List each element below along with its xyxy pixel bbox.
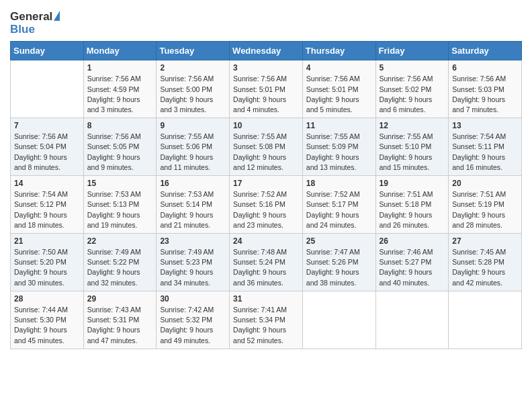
calendar-table: SundayMondayTuesdayWednesdayThursdayFrid…	[10, 41, 522, 349]
day-number: 29	[87, 294, 153, 304]
day-number: 28	[14, 294, 80, 304]
day-info: Sunrise: 7:55 AM Sunset: 5:10 PM Dayligh…	[380, 132, 445, 173]
day-cell: 8Sunrise: 7:56 AM Sunset: 5:05 PM Daylig…	[83, 118, 157, 176]
day-number: 15	[87, 179, 153, 188]
day-info: Sunrise: 7:54 AM Sunset: 5:12 PM Dayligh…	[14, 189, 80, 230]
day-cell	[375, 291, 449, 349]
week-row-4: 21Sunrise: 7:50 AM Sunset: 5:20 PM Dayli…	[11, 234, 522, 291]
day-cell: 30Sunrise: 7:42 AM Sunset: 5:32 PM Dayli…	[157, 291, 230, 349]
day-number: 30	[160, 294, 226, 304]
day-number: 22	[87, 236, 153, 246]
day-cell: 6Sunrise: 7:56 AM Sunset: 5:03 PM Daylig…	[449, 60, 522, 118]
header: General Blue	[10, 7, 522, 36]
day-cell: 3Sunrise: 7:56 AM Sunset: 5:01 PM Daylig…	[230, 60, 303, 118]
day-info: Sunrise: 7:53 AM Sunset: 5:14 PM Dayligh…	[160, 189, 226, 230]
day-number: 24	[233, 236, 299, 246]
week-row-5: 28Sunrise: 7:44 AM Sunset: 5:30 PM Dayli…	[11, 291, 522, 349]
day-cell: 9Sunrise: 7:55 AM Sunset: 5:06 PM Daylig…	[157, 118, 230, 176]
day-info: Sunrise: 7:56 AM Sunset: 5:04 PM Dayligh…	[14, 132, 80, 173]
day-number: 19	[380, 179, 445, 188]
day-cell: 5Sunrise: 7:56 AM Sunset: 5:02 PM Daylig…	[375, 60, 449, 118]
day-info: Sunrise: 7:56 AM Sunset: 5:01 PM Dayligh…	[233, 74, 299, 115]
day-cell: 28Sunrise: 7:44 AM Sunset: 5:30 PM Dayli…	[11, 291, 84, 349]
day-cell: 18Sunrise: 7:52 AM Sunset: 5:17 PM Dayli…	[302, 176, 375, 234]
day-number: 20	[452, 179, 518, 188]
day-number: 1	[87, 63, 153, 73]
header-monday: Monday	[83, 42, 157, 60]
day-info: Sunrise: 7:50 AM Sunset: 5:20 PM Dayligh…	[14, 247, 80, 288]
week-row-3: 14Sunrise: 7:54 AM Sunset: 5:12 PM Dayli…	[11, 176, 522, 234]
day-cell: 23Sunrise: 7:49 AM Sunset: 5:23 PM Dayli…	[157, 234, 230, 291]
day-cell: 7Sunrise: 7:56 AM Sunset: 5:04 PM Daylig…	[11, 118, 84, 176]
day-info: Sunrise: 7:51 AM Sunset: 5:18 PM Dayligh…	[380, 189, 445, 230]
day-cell: 20Sunrise: 7:51 AM Sunset: 5:19 PM Dayli…	[449, 176, 522, 234]
day-info: Sunrise: 7:49 AM Sunset: 5:22 PM Dayligh…	[87, 247, 153, 288]
day-cell: 14Sunrise: 7:54 AM Sunset: 5:12 PM Dayli…	[11, 176, 84, 234]
header-friday: Friday	[375, 42, 449, 60]
day-number: 17	[233, 179, 299, 188]
day-number: 14	[14, 179, 80, 188]
day-cell: 24Sunrise: 7:48 AM Sunset: 5:24 PM Dayli…	[230, 234, 303, 291]
logo-general: General	[10, 11, 60, 24]
day-info: Sunrise: 7:56 AM Sunset: 5:00 PM Dayligh…	[160, 74, 226, 115]
header-tuesday: Tuesday	[157, 42, 230, 60]
day-cell: 26Sunrise: 7:46 AM Sunset: 5:27 PM Dayli…	[375, 234, 449, 291]
header-sunday: Sunday	[11, 42, 84, 60]
day-cell: 22Sunrise: 7:49 AM Sunset: 5:22 PM Dayli…	[83, 234, 157, 291]
day-number: 12	[380, 121, 445, 130]
day-cell: 17Sunrise: 7:52 AM Sunset: 5:16 PM Dayli…	[230, 176, 303, 234]
day-number: 5	[380, 63, 445, 73]
day-number: 18	[306, 179, 372, 188]
day-cell: 19Sunrise: 7:51 AM Sunset: 5:18 PM Dayli…	[375, 176, 449, 234]
day-info: Sunrise: 7:53 AM Sunset: 5:13 PM Dayligh…	[87, 189, 153, 230]
day-number: 27	[452, 236, 518, 246]
day-cell: 31Sunrise: 7:41 AM Sunset: 5:34 PM Dayli…	[230, 291, 303, 349]
day-number: 8	[87, 121, 153, 130]
day-info: Sunrise: 7:48 AM Sunset: 5:24 PM Dayligh…	[233, 247, 299, 288]
day-cell: 25Sunrise: 7:47 AM Sunset: 5:26 PM Dayli…	[302, 234, 375, 291]
day-info: Sunrise: 7:45 AM Sunset: 5:28 PM Dayligh…	[452, 247, 518, 288]
day-info: Sunrise: 7:56 AM Sunset: 4:59 PM Dayligh…	[87, 74, 153, 115]
day-info: Sunrise: 7:56 AM Sunset: 5:02 PM Dayligh…	[380, 74, 445, 115]
day-number: 2	[160, 63, 226, 73]
day-cell: 2Sunrise: 7:56 AM Sunset: 5:00 PM Daylig…	[157, 60, 230, 118]
day-number: 3	[233, 63, 299, 73]
calendar-header-row: SundayMondayTuesdayWednesdayThursdayFrid…	[11, 42, 522, 60]
day-info: Sunrise: 7:51 AM Sunset: 5:19 PM Dayligh…	[452, 189, 518, 230]
day-info: Sunrise: 7:42 AM Sunset: 5:32 PM Dayligh…	[160, 305, 226, 346]
day-number: 31	[233, 294, 299, 304]
header-saturday: Saturday	[449, 42, 522, 60]
day-info: Sunrise: 7:41 AM Sunset: 5:34 PM Dayligh…	[233, 305, 299, 346]
day-cell	[302, 291, 375, 349]
day-cell: 11Sunrise: 7:55 AM Sunset: 5:09 PM Dayli…	[302, 118, 375, 176]
day-cell: 29Sunrise: 7:43 AM Sunset: 5:31 PM Dayli…	[83, 291, 157, 349]
day-number: 4	[306, 63, 372, 73]
day-cell: 13Sunrise: 7:54 AM Sunset: 5:11 PM Dayli…	[449, 118, 522, 176]
day-info: Sunrise: 7:46 AM Sunset: 5:27 PM Dayligh…	[380, 247, 445, 288]
day-cell: 21Sunrise: 7:50 AM Sunset: 5:20 PM Dayli…	[11, 234, 84, 291]
day-number: 6	[452, 63, 518, 73]
logo-blue: Blue	[10, 24, 35, 36]
day-cell: 15Sunrise: 7:53 AM Sunset: 5:13 PM Dayli…	[83, 176, 157, 234]
day-cell: 10Sunrise: 7:55 AM Sunset: 5:08 PM Dayli…	[230, 118, 303, 176]
day-info: Sunrise: 7:52 AM Sunset: 5:16 PM Dayligh…	[233, 189, 299, 230]
day-cell: 27Sunrise: 7:45 AM Sunset: 5:28 PM Dayli…	[449, 234, 522, 291]
day-cell: 16Sunrise: 7:53 AM Sunset: 5:14 PM Dayli…	[157, 176, 230, 234]
day-info: Sunrise: 7:56 AM Sunset: 5:01 PM Dayligh…	[306, 74, 372, 115]
logo: General Blue	[10, 11, 60, 36]
day-cell	[449, 291, 522, 349]
day-info: Sunrise: 7:55 AM Sunset: 5:09 PM Dayligh…	[306, 132, 372, 173]
day-info: Sunrise: 7:55 AM Sunset: 5:06 PM Dayligh…	[160, 132, 226, 173]
day-cell: 12Sunrise: 7:55 AM Sunset: 5:10 PM Dayli…	[375, 118, 449, 176]
header-wednesday: Wednesday	[230, 42, 303, 60]
day-cell: 1Sunrise: 7:56 AM Sunset: 4:59 PM Daylig…	[83, 60, 157, 118]
day-number: 23	[160, 236, 226, 246]
day-number: 9	[160, 121, 226, 130]
day-number: 26	[380, 236, 445, 246]
day-info: Sunrise: 7:49 AM Sunset: 5:23 PM Dayligh…	[160, 247, 226, 288]
day-info: Sunrise: 7:55 AM Sunset: 5:08 PM Dayligh…	[233, 132, 299, 173]
day-info: Sunrise: 7:43 AM Sunset: 5:31 PM Dayligh…	[87, 305, 153, 346]
day-info: Sunrise: 7:54 AM Sunset: 5:11 PM Dayligh…	[452, 132, 518, 173]
day-info: Sunrise: 7:52 AM Sunset: 5:17 PM Dayligh…	[306, 189, 372, 230]
day-info: Sunrise: 7:47 AM Sunset: 5:26 PM Dayligh…	[306, 247, 372, 288]
